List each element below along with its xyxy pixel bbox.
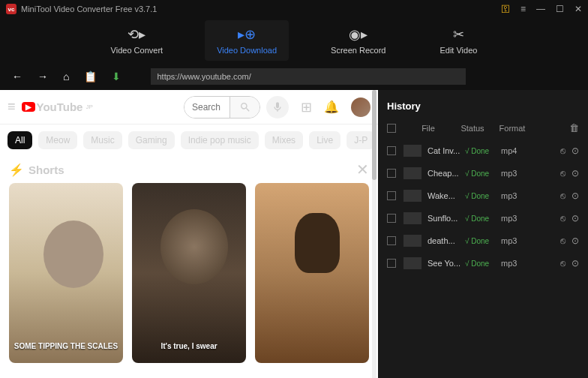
row-thumbnail [404, 190, 422, 202]
play-button[interactable]: ⊙ [572, 190, 579, 201]
row-checkbox[interactable] [387, 191, 396, 200]
scrollbar-thumb[interactable] [372, 90, 376, 180]
search-button[interactable] [230, 97, 260, 118]
short-thumbnail [295, 213, 340, 273]
chip-mixes[interactable]: Mixes [265, 131, 303, 149]
row-status: √ Done [465, 214, 498, 223]
shorts-close-button[interactable]: ✕ [356, 160, 369, 178]
tab-video-convert[interactable]: ⟲▸ Video Convert [99, 20, 176, 61]
history-row: Sunflo...√ Donemp3⎋⊙ [387, 207, 579, 230]
avatar[interactable] [351, 98, 370, 117]
hamburger-icon[interactable]: ≡ [8, 99, 16, 115]
history-row: Cheap...√ Donemp3⎋⊙ [387, 162, 579, 184]
create-icon[interactable]: ⊞ [301, 99, 312, 116]
notifications-icon[interactable]: 🔔 [324, 100, 339, 114]
play-button[interactable]: ⊙ [572, 258, 579, 268]
history-panel: History File Status Format 🗑 Cat Inv...√… [378, 90, 588, 378]
search-icon [239, 101, 251, 113]
shorts-title: Shorts [28, 164, 64, 176]
short-item[interactable]: SOME TIPPING THE SCALES [9, 183, 123, 363]
record-icon: ◉▸ [349, 26, 368, 43]
play-button[interactable]: ⊙ [572, 168, 579, 178]
chip-music[interactable]: Music [83, 131, 122, 149]
row-filename: Cat Inv... [428, 146, 462, 155]
chip-indie[interactable]: Indie pop music [181, 131, 259, 149]
open-folder-button[interactable]: ⎋ [560, 146, 566, 156]
history-header: File Status Format 🗑 [387, 119, 579, 140]
short-item[interactable]: It's true, I swear [132, 183, 246, 363]
row-filename: See Yo... [428, 259, 462, 268]
row-checkbox[interactable] [387, 214, 396, 223]
url-input[interactable] [151, 68, 466, 85]
play-button[interactable]: ⊙ [572, 213, 579, 224]
minimize-button[interactable]: — [536, 4, 545, 14]
chip-jp[interactable]: J-P [346, 131, 375, 149]
search-box [184, 96, 260, 118]
menu-icon[interactable]: ≡ [520, 4, 526, 14]
tab-video-download[interactable]: ▸⊕ Video Download [205, 20, 289, 61]
titlebar: vc MiniTool Video Converter Free v3.7.1 … [0, 0, 588, 18]
row-status: √ Done [465, 147, 498, 155]
youtube-logo[interactable]: ▶ YouTube JP [22, 100, 93, 113]
back-button[interactable]: ← [12, 70, 22, 82]
row-checkbox[interactable] [387, 259, 396, 268]
row-checkbox[interactable] [387, 146, 396, 155]
row-status: √ Done [465, 192, 498, 200]
row-format: mp3 [501, 236, 528, 245]
play-button[interactable]: ⊙ [572, 146, 579, 156]
row-thumbnail [404, 145, 422, 157]
select-all-checkbox[interactable] [387, 124, 396, 133]
app-logo: vc [6, 4, 16, 14]
convert-icon: ⟲▸ [128, 26, 146, 43]
open-folder-button[interactable]: ⎋ [560, 168, 566, 178]
mic-icon [272, 101, 284, 113]
col-format: Format [494, 124, 531, 133]
chip-bar: All Meow Music Gaming Indie pop music Mi… [0, 124, 378, 156]
row-thumbnail [404, 235, 422, 247]
scrollbar[interactable] [372, 90, 376, 378]
chip-live[interactable]: Live [309, 131, 340, 149]
history-row: Wake...√ Donemp3⎋⊙ [387, 184, 579, 207]
open-folder-button[interactable]: ⎋ [560, 190, 566, 201]
delete-button[interactable]: 🗑 [569, 122, 579, 134]
open-folder-button[interactable]: ⎋ [560, 258, 566, 268]
row-thumbnail [404, 257, 422, 269]
main-tabs: ⟲▸ Video Convert ▸⊕ Video Download ◉▸ Sc… [0, 18, 588, 63]
row-format: mp3 [501, 259, 528, 268]
row-format: mp3 [501, 214, 528, 223]
row-status: √ Done [465, 237, 498, 245]
forward-button[interactable]: → [38, 70, 48, 82]
play-button[interactable]: ⊙ [572, 236, 579, 246]
history-row: See Yo...√ Donemp3⎋⊙ [387, 252, 579, 274]
search-input[interactable] [184, 97, 230, 118]
key-icon[interactable]: ⚿ [501, 4, 510, 14]
maximize-button[interactable]: ☐ [556, 4, 564, 14]
row-filename: Wake... [428, 191, 462, 200]
clipboard-icon[interactable]: 📋 [84, 70, 97, 82]
open-folder-button[interactable]: ⎋ [560, 213, 566, 224]
row-format: mp3 [501, 191, 528, 200]
col-status: Status [454, 124, 490, 133]
chip-gaming[interactable]: Gaming [128, 131, 175, 149]
tab-edit-video[interactable]: ✂ Edit Video [428, 20, 489, 61]
youtube-play-icon: ▶ [22, 102, 35, 112]
row-format: mp4 [501, 146, 528, 155]
browser-pane: ≡ ▶ YouTube JP ⊞ 🔔 [0, 90, 378, 378]
home-button[interactable]: ⌂ [63, 70, 69, 82]
row-checkbox[interactable] [387, 236, 396, 245]
open-folder-button[interactable]: ⎋ [560, 236, 566, 246]
row-status: √ Done [465, 260, 498, 268]
download-arrow-icon[interactable]: ⬇ [112, 70, 121, 82]
short-item[interactable] [255, 183, 369, 363]
edit-icon: ✂ [453, 26, 464, 43]
row-thumbnail [404, 212, 422, 224]
close-button[interactable]: ✕ [574, 4, 582, 14]
short-thumbnail [44, 220, 104, 288]
chip-all[interactable]: All [8, 131, 32, 149]
row-checkbox[interactable] [387, 169, 396, 178]
col-file: File [405, 124, 452, 133]
tab-screen-record[interactable]: ◉▸ Screen Record [319, 20, 398, 61]
mic-button[interactable] [266, 96, 289, 118]
chip-meow[interactable]: Meow [38, 131, 77, 149]
row-filename: Sunflo... [428, 214, 462, 223]
